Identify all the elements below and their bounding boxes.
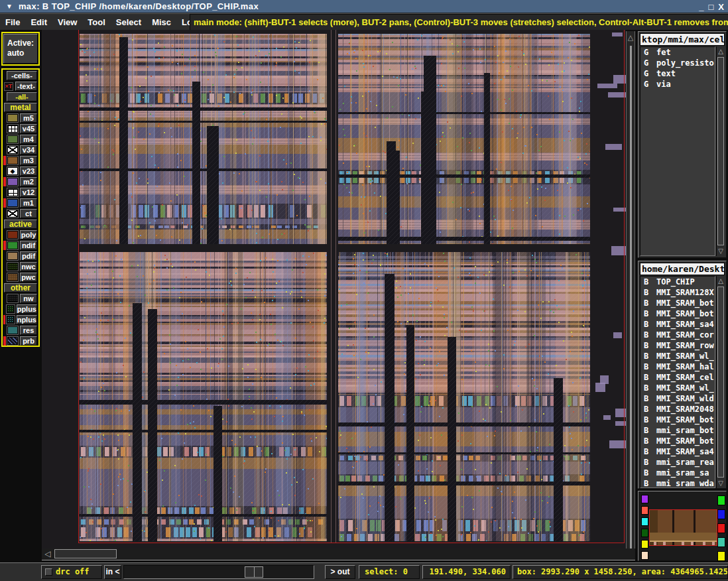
palette-color[interactable] <box>641 517 648 526</box>
scroll-up-icon[interactable]: △ <box>717 46 725 56</box>
cell-item[interactable]: BMMI_SRAM_sa4 <box>640 446 715 457</box>
cell-item[interactable]: BMMI_SRAM_bot <box>640 415 715 425</box>
layer-button-ndif[interactable]: ndif <box>20 241 37 250</box>
menu-tool[interactable]: Tool <box>82 17 110 27</box>
palette-color[interactable] <box>717 551 725 561</box>
cell-item[interactable]: BMMI_SRAM2048 <box>640 404 715 415</box>
layer-swatch-m4[interactable] <box>7 135 18 143</box>
layer-button-prb[interactable]: prb <box>20 336 37 346</box>
palette-color[interactable] <box>717 495 725 505</box>
layer-swatch-nplus[interactable] <box>7 316 15 324</box>
desktop-path-header[interactable]: home/karen/Desktop <box>640 263 725 275</box>
menu-edit[interactable]: Edit <box>25 17 52 27</box>
layer-swatch-prb[interactable] <box>7 337 18 345</box>
cell-item[interactable]: BMMI_SRAM_cor <box>640 330 715 340</box>
layer-swatch-res[interactable] <box>7 326 18 334</box>
cell-item[interactable]: BMMI_SRAM_row <box>640 340 715 351</box>
layer-button-v23[interactable]: v23 <box>20 166 37 176</box>
drc-checkbox[interactable] <box>45 568 52 576</box>
layer-swatch-ndif[interactable] <box>7 241 18 249</box>
cell-item[interactable]: BMMI_SRAM_hal <box>640 361 715 372</box>
layer-button-pplus[interactable]: pplus <box>17 304 37 314</box>
layer-swatch-v23[interactable]: ◆ <box>7 167 18 175</box>
text-button[interactable]: -text- <box>15 82 37 91</box>
layer-swatch-v34[interactable] <box>7 146 18 154</box>
layer-button-m2[interactable]: m2 <box>20 177 37 186</box>
window-menu-icon[interactable]: ▼ <box>6 3 13 10</box>
layer-button-v12[interactable]: v12 <box>20 188 37 197</box>
zoom-out-button[interactable]: > out <box>325 565 355 579</box>
cell-item[interactable]: Bmmi_sram_wda <box>640 478 715 488</box>
section-header-active[interactable]: active <box>4 220 37 229</box>
layer-button-nplus[interactable]: nplus <box>17 315 37 324</box>
layer-button-m1[interactable]: m1 <box>20 198 37 208</box>
layer-swatch-poly[interactable] <box>7 231 18 239</box>
cell-item[interactable]: Gfet <box>640 47 715 58</box>
menu-misc[interactable]: Misc <box>147 17 176 27</box>
library-list-scrollbar[interactable]: △ ▽ <box>716 46 725 256</box>
vertical-scroll-thumb[interactable] <box>630 46 632 556</box>
layer-button-nw[interactable]: nw <box>20 294 37 303</box>
library-path-header[interactable]: ktop/mmi/max/cells <box>640 33 725 46</box>
zoom-slider-thumb[interactable] <box>245 566 263 578</box>
layer-swatch-nwc[interactable] <box>7 263 18 271</box>
menu-select[interactable]: Select <box>111 17 147 27</box>
horizontal-scroll-thumb[interactable] <box>54 549 117 558</box>
cell-item[interactable]: BMMI_SRAM_sa4 <box>640 319 715 330</box>
cell-item[interactable]: Gvia <box>640 79 715 90</box>
cell-item[interactable]: BMMI_SRAM_wld <box>640 393 715 404</box>
palette-color[interactable] <box>717 523 725 533</box>
layer-swatch-pplus[interactable] <box>7 305 15 313</box>
cells-button[interactable]: -cells- <box>7 71 37 80</box>
scroll-down-icon[interactable]: ▽ <box>717 246 725 256</box>
layer-button-pwc[interactable]: pwc <box>20 273 37 282</box>
layout-canvas[interactable] <box>42 30 626 549</box>
scroll-thumb[interactable] <box>717 287 724 478</box>
close-button[interactable]: X <box>718 2 724 12</box>
cell-item[interactable]: BMMI_SRAM_bot <box>640 308 715 319</box>
cell-item[interactable]: BMMI_SRAM_bot <box>640 298 715 308</box>
maximize-button[interactable]: □ <box>708 2 713 12</box>
palette-color[interactable] <box>717 509 725 519</box>
section-header-metal[interactable]: metal <box>4 103 37 112</box>
layer-swatch-pwc[interactable] <box>7 273 18 281</box>
desktop-list-scrollbar[interactable]: △ ▽ <box>716 276 725 488</box>
layer-swatch-m2[interactable] <box>7 178 18 186</box>
scroll-left-icon[interactable]: ◁ <box>42 549 54 559</box>
zoom-in-button[interactable]: in < <box>104 565 121 579</box>
layer-button-m4[interactable]: m4 <box>20 135 37 144</box>
cell-item[interactable]: BMMI_SRAM_bot <box>640 436 715 446</box>
cell-item[interactable]: Gpoly_resisto <box>640 58 715 68</box>
all-button[interactable]: -all- <box>7 92 37 101</box>
cell-item[interactable]: BMMI_SRAM_cel <box>640 372 715 383</box>
layer-swatch-m5[interactable] <box>7 114 18 122</box>
layer-button-v34[interactable]: v34 <box>20 145 37 155</box>
scroll-up-icon[interactable]: △ <box>627 31 635 43</box>
layer-swatch-v12[interactable] <box>7 188 18 196</box>
cell-item[interactable]: BMMI_SRAM_wl_ <box>640 383 715 393</box>
scroll-down-icon[interactable]: ▽ <box>717 478 725 488</box>
minimize-button[interactable]: _ <box>699 2 703 12</box>
palette-color[interactable] <box>641 540 648 549</box>
cell-item[interactable]: Gtext <box>640 68 715 79</box>
cell-item[interactable]: Bmmi_sram_bot <box>640 425 715 436</box>
menu-view[interactable]: View <box>52 17 82 27</box>
cell-item[interactable]: BTOP_CHIP <box>640 277 715 287</box>
text-layer-icon[interactable]: ×T <box>4 82 13 91</box>
palette-color[interactable] <box>641 529 648 537</box>
canvas-vertical-scrollbar[interactable]: △ <box>626 31 635 560</box>
palette-color[interactable] <box>641 551 648 560</box>
layer-swatch-ct[interactable] <box>7 210 18 218</box>
section-header-other[interactable]: other <box>4 283 37 292</box>
layer-swatch-pdif[interactable] <box>7 252 18 260</box>
layer-button-res[interactable]: res <box>20 326 37 335</box>
layout-minimap[interactable] <box>649 509 717 546</box>
zoom-slider[interactable] <box>123 565 314 579</box>
cell-item[interactable]: Bmmi_sram_rea <box>640 457 715 468</box>
layer-swatch-m3[interactable] <box>7 157 18 164</box>
menu-file[interactable]: File <box>0 17 25 27</box>
layer-button-nwc[interactable]: nwc <box>20 262 37 271</box>
canvas-horizontal-scrollbar[interactable]: ◁ <box>42 549 635 560</box>
cell-item[interactable]: BMMI_SRAM128X <box>640 287 715 298</box>
layer-button-m5[interactable]: m5 <box>20 113 37 123</box>
